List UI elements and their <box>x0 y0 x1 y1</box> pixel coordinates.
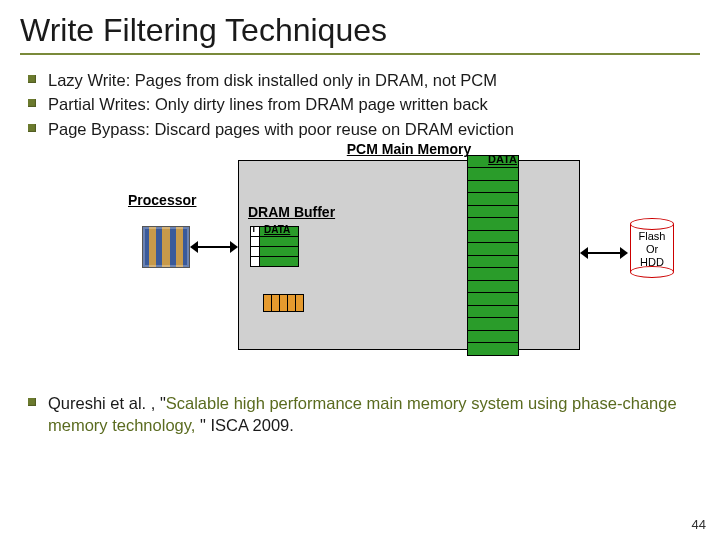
page-number: 44 <box>692 517 706 532</box>
dram-extra-cells <box>264 294 304 312</box>
dram-buffer-label: DRAM Buffer <box>248 204 335 220</box>
tag-column-label: T <box>251 224 257 234</box>
pcm-label: PCM Main Memory <box>239 141 579 157</box>
slide-title: Write Filtering Techniques <box>20 12 700 49</box>
arrow-bidirectional-icon <box>580 246 628 260</box>
pcm-page-stack <box>467 155 519 355</box>
citation-bullet: Qureshi et al. , "Scalable high performa… <box>20 392 700 437</box>
bullet-list-top: Lazy Write: Pages from disk installed on… <box>20 69 700 140</box>
architecture-diagram: Processor PCM Main Memory DATA DRAM Buff… <box>120 154 600 364</box>
bullet-item: Page Bypass: Discard pages with poor reu… <box>20 118 700 140</box>
arrow-bidirectional-icon <box>190 240 238 254</box>
disk-label: Flash Or HDD <box>630 230 674 270</box>
processor-label: Processor <box>128 192 196 208</box>
bullet-item: Lazy Write: Pages from disk installed on… <box>20 69 700 91</box>
bullet-item: Partial Writes: Only dirty lines from DR… <box>20 93 700 115</box>
citation-prefix: Qureshi et al. , " <box>48 394 166 412</box>
pcm-data-label: DATA <box>488 153 517 165</box>
citation-suffix: " ISCA 2009. <box>200 416 294 434</box>
title-rule <box>20 53 700 55</box>
slide: Write Filtering Techniques Lazy Write: P… <box>0 0 720 540</box>
storage-disk-icon: Flash Or HDD <box>630 218 674 278</box>
processor-chip-icon <box>142 226 190 268</box>
dram-data-label: DATA <box>264 224 290 235</box>
bullet-list-bottom: Qureshi et al. , "Scalable high performa… <box>20 392 700 437</box>
